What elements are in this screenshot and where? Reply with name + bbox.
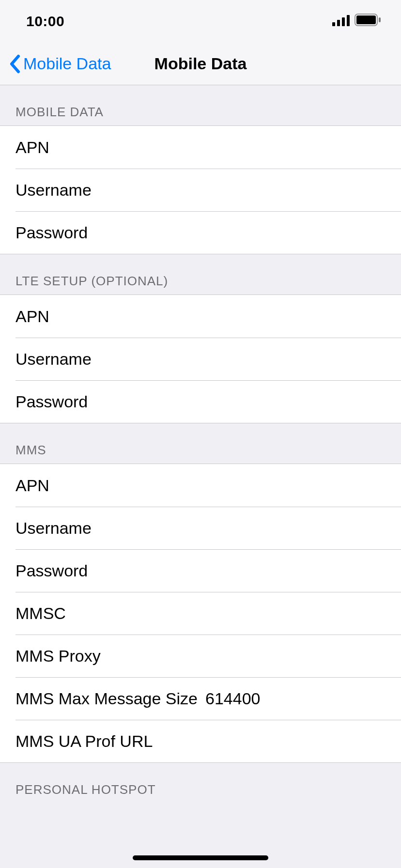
- password-label: Password: [15, 561, 88, 580]
- mms-max-size-input[interactable]: [198, 689, 386, 708]
- mms-max-size-label: MMS Max Message Size: [15, 689, 198, 708]
- row-mms-apn[interactable]: APN: [0, 464, 401, 507]
- row-lte-apn[interactable]: APN: [0, 295, 401, 338]
- row-mms-password[interactable]: Password: [0, 549, 401, 592]
- section-header-lte: LTE Setup (Optional): [0, 254, 401, 294]
- row-mobile-data-username[interactable]: Username: [0, 169, 401, 211]
- section-header-mobile-data: Mobile Data: [0, 85, 401, 125]
- group-mms: APN Username Password MMSC MMS Proxy MMS…: [0, 464, 401, 763]
- svg-rect-5: [356, 16, 376, 24]
- battery-icon: [355, 13, 382, 30]
- svg-rect-2: [342, 17, 345, 26]
- svg-rect-6: [379, 17, 381, 22]
- password-label: Password: [15, 223, 88, 242]
- password-label: Password: [15, 392, 88, 411]
- back-button[interactable]: Mobile Data: [0, 54, 111, 74]
- password-input[interactable]: [88, 561, 386, 580]
- apn-input[interactable]: [49, 476, 386, 495]
- mms-ua-prof-input[interactable]: [153, 732, 386, 751]
- row-mms-proxy[interactable]: MMS Proxy: [0, 635, 401, 677]
- status-bar: 10:00: [0, 0, 401, 43]
- apn-input[interactable]: [49, 307, 386, 326]
- mms-proxy-label: MMS Proxy: [15, 647, 101, 666]
- row-mms-mmsc[interactable]: MMSC: [0, 592, 401, 635]
- section-header-mms: MMS: [0, 423, 401, 464]
- svg-rect-1: [337, 20, 340, 26]
- apn-label: APN: [15, 307, 49, 326]
- row-mobile-data-apn[interactable]: APN: [0, 126, 401, 169]
- cellular-signal-icon: [332, 13, 350, 30]
- apn-label: APN: [15, 476, 49, 495]
- row-mms-username[interactable]: Username: [0, 507, 401, 549]
- row-mms-ua-prof[interactable]: MMS UA Prof URL: [0, 720, 401, 762]
- password-input[interactable]: [88, 223, 386, 242]
- row-mobile-data-password[interactable]: Password: [0, 211, 401, 254]
- username-input[interactable]: [92, 181, 386, 200]
- group-lte: APN Username Password: [0, 294, 401, 423]
- mms-proxy-input[interactable]: [101, 647, 386, 666]
- back-label: Mobile Data: [23, 54, 111, 73]
- username-label: Username: [15, 350, 92, 369]
- status-indicators: [332, 13, 382, 30]
- home-indicator: [133, 855, 268, 860]
- username-label: Username: [15, 519, 92, 538]
- status-time: 10:00: [26, 13, 64, 30]
- username-input[interactable]: [92, 350, 386, 369]
- chevron-left-icon: [9, 54, 20, 74]
- row-lte-username[interactable]: Username: [0, 338, 401, 380]
- section-header-hotspot: Personal Hotspot: [0, 763, 401, 803]
- mms-ua-prof-label: MMS UA Prof URL: [15, 732, 153, 751]
- apn-input[interactable]: [49, 138, 386, 157]
- group-mobile-data: APN Username Password: [0, 125, 401, 254]
- mmsc-label: MMSC: [15, 604, 66, 623]
- row-mms-max-size[interactable]: MMS Max Message Size: [0, 677, 401, 720]
- password-input[interactable]: [88, 392, 386, 411]
- username-input[interactable]: [92, 519, 386, 538]
- navigation-bar: Mobile Data Mobile Data: [0, 43, 401, 85]
- apn-label: APN: [15, 138, 49, 157]
- mmsc-input[interactable]: [66, 604, 386, 623]
- svg-rect-3: [347, 15, 350, 26]
- svg-rect-0: [332, 22, 335, 26]
- row-lte-password[interactable]: Password: [0, 380, 401, 423]
- username-label: Username: [15, 181, 92, 200]
